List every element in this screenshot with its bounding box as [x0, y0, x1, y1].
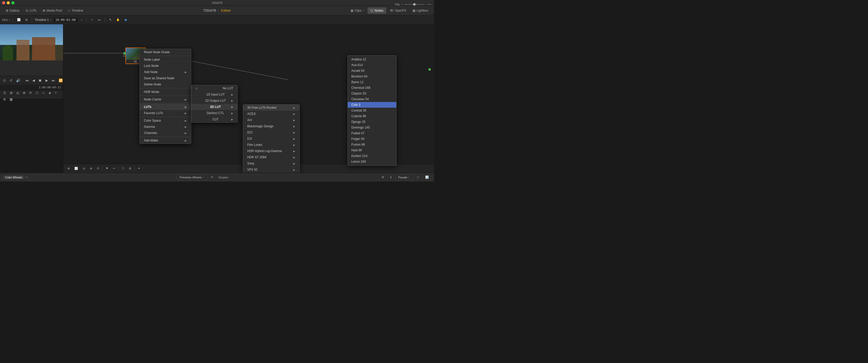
timecode-dropdown[interactable]: ▾ [79, 18, 84, 22]
noise-icon[interactable]: ⊹ [41, 90, 46, 95]
lut-clouseau[interactable]: Clouseau 54 [348, 96, 396, 102]
serial-btn[interactable]: ⬜ [73, 166, 80, 171]
add-node-btn[interactable]: ⊕ [66, 166, 71, 171]
color-wheels-btn[interactable]: Color Wheels [3, 175, 24, 179]
nav-gallery[interactable]: ▦ Gallery [3, 8, 22, 13]
lut-azrael[interactable]: Azrael 93 [348, 68, 396, 74]
lut-korben[interactable]: Korben 214 [348, 153, 396, 159]
hsl2-btn[interactable]: ⊕ [88, 166, 94, 171]
lut-cubicle[interactable]: Cubicle 99 [348, 113, 396, 119]
lut-blackmagic[interactable]: Blackmagic Design ▶ [243, 123, 300, 129]
lut-35free[interactable]: 35 Free LUTs Rocket ▶ [243, 105, 300, 111]
close-button[interactable] [2, 1, 5, 4]
cm-channels[interactable]: Channels ▶ [140, 130, 191, 136]
lut-3d[interactable]: 3D LUT ▶ [191, 104, 238, 110]
blur-icon[interactable]: ⬡ [35, 90, 39, 95]
lut-vfx-io[interactable]: VFX IO ▶ [243, 167, 300, 173]
lut-aces[interactable]: ACES ▶ [243, 111, 300, 117]
cursor-btn[interactable]: ↖ [108, 18, 113, 22]
nav-luts[interactable]: ▤ LUTs [23, 8, 39, 13]
maximize-button[interactable] [11, 1, 14, 4]
prev-btn[interactable]: ◀ [31, 78, 36, 83]
reset2-btn[interactable]: ↺ [209, 175, 215, 179]
lut-fusion[interactable]: Fusion 88 [348, 142, 396, 147]
cm-gamma[interactable]: Gamma ▶ [140, 124, 191, 130]
cm-delete-node[interactable]: Delete Node [140, 81, 191, 88]
lut-django[interactable]: Django 25 [348, 119, 396, 125]
scopes-btn[interactable]: Scopes [216, 175, 230, 179]
raw-icon[interactable]: ▦ [8, 97, 14, 102]
lut-arri[interactable]: Arri ▶ [243, 117, 300, 123]
nav-clips[interactable]: ▦ Clips ▾ [348, 8, 367, 13]
lut-dci[interactable]: DCI ▶ [243, 129, 300, 136]
color-picker-btn[interactable]: ⊙ [2, 78, 7, 83]
cm-save-shared[interactable]: Save as Shared Node [140, 75, 191, 81]
lut-dji[interactable]: DJI ▶ [243, 136, 300, 142]
expand-btn[interactable]: ⤢ [414, 175, 421, 179]
cm-lock-node[interactable]: Lock Node [140, 63, 191, 69]
grid-btn[interactable]: ⊞ [24, 18, 29, 22]
motion2-btn[interactable]: ⟳ [95, 166, 101, 171]
skip-fwd-btn[interactable]: ⏭ [51, 78, 56, 83]
lut-contrail[interactable]: Contrail 35 [348, 108, 396, 113]
reset-btn[interactable]: ↩ [111, 166, 117, 171]
lut-lenox[interactable]: Lenox 340 [348, 159, 396, 164]
flag-btn[interactable]: ⚑ [104, 166, 110, 171]
lut-bourbon[interactable]: Bourbon 64 [348, 74, 396, 79]
grab-btn[interactable]: ⬡ [120, 166, 126, 171]
fit-btn[interactable]: ⤢ [89, 18, 95, 22]
minimize-button[interactable] [7, 1, 10, 4]
hand-btn[interactable]: ✋ [115, 18, 121, 22]
lut-davinci[interactable]: DaVinci CTL ▶ [191, 110, 238, 116]
stop-btn[interactable]: ⏹ [37, 78, 43, 83]
lut-hyla[interactable]: Hyla 68 [348, 147, 396, 153]
info-btn[interactable]: ℹ [388, 175, 394, 179]
primaries-wheels-btn[interactable]: Primaries Wheels ▾ [177, 175, 207, 180]
lut-1d-output[interactable]: 1D Output LUT ▶ [191, 98, 238, 104]
lut-domingo[interactable]: Domingo 145 [348, 125, 396, 130]
lut-arabica[interactable]: Arabica 12 [348, 57, 396, 62]
window-controls[interactable] [2, 1, 14, 4]
nav-nodes[interactable]: ⬡ Nodes [368, 7, 386, 14]
skip-back-btn[interactable]: ⏮ [24, 78, 30, 83]
chart-btn[interactable]: 📊 [423, 175, 431, 179]
cm-node-label[interactable]: Node Label [140, 57, 191, 63]
lut-ava[interactable]: Ava 614 [348, 62, 396, 68]
lut-hdr-hybrid[interactable]: HDR Hybrid Log-Gamma ▶ [243, 148, 300, 154]
lut-folger[interactable]: Folger 50 [348, 136, 396, 142]
nav-timeline[interactable]: ▷ Timeline [66, 8, 86, 13]
nav-mediapool[interactable]: ▣ Media Pool [40, 8, 65, 13]
lut-sony[interactable]: Sony ▶ [243, 160, 300, 167]
color-picker-btn[interactable]: ◉ [123, 18, 129, 22]
target-icon[interactable]: ◎ [15, 90, 20, 95]
lut-1d-input[interactable]: 1D Input LUT ▶ [191, 91, 238, 98]
lut-byers[interactable]: Byers 11 [348, 79, 396, 85]
play-btn[interactable]: ▶ [44, 78, 49, 83]
stereo-icon[interactable]: ⊗ [2, 97, 7, 102]
loop-btn[interactable]: 🔁 [58, 78, 64, 83]
lut-clayton[interactable]: Clayton 33 [348, 91, 396, 96]
split-btn[interactable]: ⊞ [127, 166, 133, 171]
key-icon[interactable]: ⌗ [54, 90, 58, 95]
cm-hdr-mode[interactable]: HDR Mode [140, 89, 191, 95]
cm-add-matte[interactable]: Add Matte ▶ [140, 137, 191, 143]
lut-chemical[interactable]: Chemical 168 [348, 85, 396, 91]
cm-luts[interactable]: LUTs ▶ [140, 104, 191, 110]
magic-btn[interactable]: ✦ [136, 166, 142, 171]
lut-faded[interactable]: Faded 47 [348, 130, 396, 136]
lut-film-looks[interactable]: Film Looks ▶ [243, 142, 300, 148]
lut-hdr-st[interactable]: HDR ST 2084 ▶ [243, 154, 300, 160]
timeline-name[interactable]: Timeline 1 ▾ [35, 18, 52, 22]
lut-clf[interactable]: CLF ▶ [191, 116, 238, 122]
parade-btn[interactable]: Parade ▾ [396, 175, 412, 180]
cm-favorite-luts[interactable]: Favorite LUTs ▶ [140, 110, 191, 116]
frame-btn[interactable]: ⬜ [16, 18, 22, 22]
motion-icon[interactable]: ⟳ [28, 90, 33, 95]
settings-btn[interactable]: ⚙ [379, 175, 386, 179]
matte-icon[interactable]: ◈ [48, 90, 52, 95]
target2-btn[interactable]: ◎ [81, 166, 87, 171]
lut-cobi[interactable]: Cobi 3 [348, 102, 396, 108]
more-btn[interactable]: ••• [96, 18, 102, 22]
audio-btn[interactable]: 🔊 [15, 78, 21, 83]
wheel-icon[interactable]: ⊙ [2, 90, 7, 95]
